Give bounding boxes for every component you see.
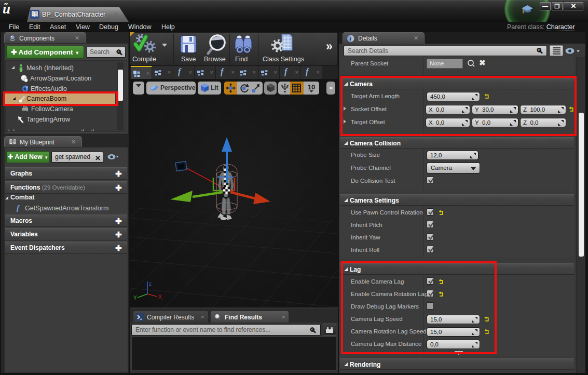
svg-text:Y: Y [133,295,137,301]
svg-text:X: X [158,294,162,300]
svg-text:z: z [149,281,152,287]
